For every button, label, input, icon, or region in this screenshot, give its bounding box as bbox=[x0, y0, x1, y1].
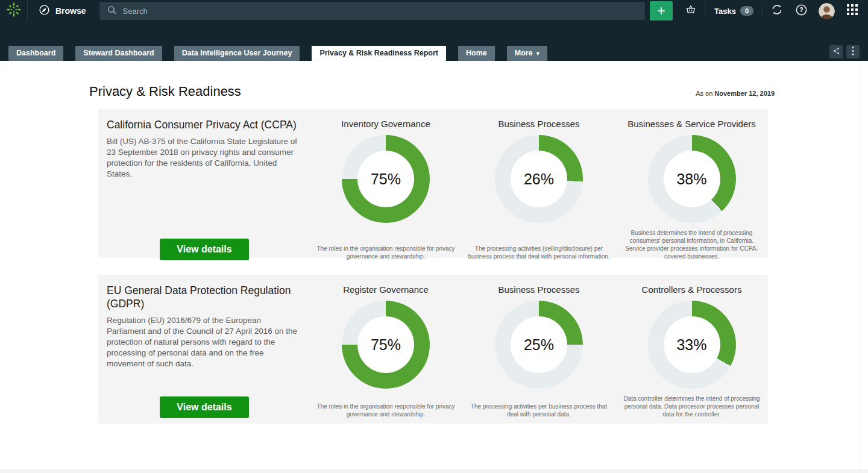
donut-hole: 75% bbox=[357, 316, 414, 373]
page-title: Privacy & Risk Readiness bbox=[89, 84, 241, 99]
apps-grid-button[interactable] bbox=[840, 0, 864, 22]
as-on-prefix: As on bbox=[696, 90, 712, 97]
metric-heading: Business Processes bbox=[498, 284, 579, 295]
browse-label: Browse bbox=[55, 6, 86, 16]
svg-text:?: ? bbox=[799, 6, 803, 13]
collibra-logo-icon bbox=[6, 2, 22, 20]
plus-icon: + bbox=[657, 4, 665, 18]
global-search bbox=[99, 2, 645, 20]
metric-inventory-governance: Inventory Governance 75% The roles in th… bbox=[309, 117, 462, 260]
donut-percent-label: 38% bbox=[676, 171, 706, 188]
metric-heading: Controllers & Processors bbox=[642, 284, 742, 295]
dashboard-tab-bar: Dashboard Steward Dashboard Data Intelli… bbox=[0, 45, 868, 61]
divider bbox=[763, 4, 763, 17]
metric-caption: The roles in the organisation responsibl… bbox=[313, 239, 459, 260]
donut-chart[interactable]: 33% bbox=[648, 301, 736, 389]
kebab-menu-icon bbox=[852, 46, 854, 58]
chevron-down-icon: ▾ bbox=[536, 46, 539, 61]
donut-chart[interactable]: 26% bbox=[495, 135, 583, 223]
tasks-button[interactable]: Tasks 0 bbox=[707, 6, 761, 16]
donut-hole: 33% bbox=[664, 316, 720, 373]
as-on-value: November 12, 2019 bbox=[714, 90, 775, 97]
donut-percent-label: 75% bbox=[371, 336, 401, 354]
sync-icon bbox=[770, 3, 784, 19]
app-logo[interactable] bbox=[0, 0, 28, 22]
tab-label: Data Intelligence User Journey bbox=[182, 46, 292, 61]
data-basket-button[interactable] bbox=[679, 0, 703, 22]
metric-business-processes: Business Processes 26% The processing ac… bbox=[462, 117, 615, 260]
basket-icon bbox=[685, 4, 697, 18]
tab-label: Home bbox=[466, 46, 487, 61]
donut-chart[interactable]: 75% bbox=[342, 301, 430, 389]
tab-options-button[interactable] bbox=[846, 45, 860, 58]
create-button[interactable]: + bbox=[650, 1, 673, 20]
app-header: Browse + Tasks 0 bbox=[0, 0, 868, 61]
metric-caption: The processing activities per business p… bbox=[466, 396, 612, 418]
donut-percent-label: 33% bbox=[676, 336, 706, 354]
regulation-description: Bill (US) AB-375 of the California State… bbox=[107, 136, 302, 180]
metric-heading: Business Processes bbox=[498, 119, 579, 129]
bottom-dock-edge bbox=[0, 469, 868, 473]
tab-privacy-risk-readiness-report[interactable]: Privacy & Risk Readiness Report bbox=[312, 46, 446, 61]
card-info-column: EU General Data Protection Regulation (G… bbox=[98, 283, 309, 418]
card-info-column: California Consumer Privacy Act (CCPA) B… bbox=[98, 117, 309, 260]
regulation-title: EU General Data Protection Regulation (G… bbox=[107, 284, 302, 311]
donut-hole: 25% bbox=[511, 316, 567, 373]
metric-caption: Business determines the intend of proces… bbox=[619, 223, 764, 260]
help-button[interactable]: ? bbox=[789, 0, 813, 22]
donut-chart[interactable]: 38% bbox=[648, 135, 736, 223]
tab-bar-actions bbox=[829, 45, 868, 61]
tab-label: Steward Dashboard bbox=[83, 46, 154, 61]
tab-home[interactable]: Home bbox=[458, 46, 495, 61]
metric-caption: The roles in the organisation responsibl… bbox=[313, 396, 459, 418]
tasks-count-badge: 0 bbox=[740, 6, 753, 16]
tab-label: Privacy & Risk Readiness Report bbox=[319, 46, 438, 61]
as-on-date: As on November 12, 2019 bbox=[696, 90, 775, 97]
compass-icon bbox=[39, 4, 50, 18]
metric-business-processes: Business Processes 25% The processing ac… bbox=[462, 283, 615, 418]
regulation-card-ccpa: California Consumer Privacy Act (CCPA) B… bbox=[98, 109, 768, 258]
donut-percent-label: 75% bbox=[371, 171, 401, 188]
donut-chart[interactable]: 25% bbox=[495, 301, 583, 389]
apps-grid-icon bbox=[847, 4, 858, 17]
donut-chart[interactable]: 75% bbox=[342, 135, 430, 223]
tasks-label: Tasks bbox=[714, 7, 736, 16]
search-icon bbox=[107, 5, 117, 17]
tab-label: More bbox=[515, 46, 533, 61]
user-avatar[interactable] bbox=[819, 3, 835, 19]
tab-data-intelligence-user-journey[interactable]: Data Intelligence User Journey bbox=[174, 46, 300, 61]
report-header: Privacy & Risk Readiness As on November … bbox=[8, 61, 860, 99]
help-icon: ? bbox=[795, 4, 808, 19]
tab-dashboard[interactable]: Dashboard bbox=[8, 46, 63, 61]
browse-menu[interactable]: Browse bbox=[28, 0, 98, 22]
donut-percent-label: 25% bbox=[524, 336, 554, 354]
view-details-button[interactable]: View details bbox=[160, 396, 248, 418]
donut-hole: 26% bbox=[511, 151, 567, 207]
sync-button[interactable] bbox=[765, 0, 789, 22]
search-input[interactable] bbox=[123, 7, 638, 16]
tab-label: Dashboard bbox=[16, 46, 55, 61]
divider bbox=[705, 4, 705, 17]
metric-register-governance: Register Governance 75% The roles in the… bbox=[309, 283, 462, 418]
share-button[interactable] bbox=[829, 45, 843, 58]
top-nav: Browse + Tasks 0 bbox=[0, 0, 868, 22]
share-icon bbox=[832, 46, 840, 57]
view-details-button[interactable]: View details bbox=[160, 239, 248, 260]
donut-percent-label: 26% bbox=[524, 171, 554, 188]
tab-steward-dashboard[interactable]: Steward Dashboard bbox=[75, 46, 162, 61]
regulation-title: California Consumer Privacy Act (CCPA) bbox=[107, 119, 302, 132]
metric-heading: Inventory Governance bbox=[341, 119, 430, 129]
metric-caption: The processing activities (selling/discl… bbox=[466, 239, 612, 260]
regulation-description: Regulation (EU) 2016/679 of the European… bbox=[107, 315, 302, 369]
regulation-card-gdpr: EU General Data Protection Regulation (G… bbox=[98, 275, 768, 424]
metric-heading: Register Governance bbox=[343, 284, 429, 295]
metric-heading: Businesses & Service Providers bbox=[627, 119, 756, 129]
donut-hole: 38% bbox=[664, 151, 720, 207]
metric-businesses-service-providers: Businesses & Service Providers 38% Busin… bbox=[615, 117, 768, 260]
nav-right-actions: + Tasks 0 bbox=[646, 0, 868, 22]
metric-controllers-processors: Controllers & Processors 33% Data contro… bbox=[615, 283, 768, 418]
report-content-panel: Privacy & Risk Readiness As on November … bbox=[8, 61, 860, 469]
tab-more[interactable]: More ▾ bbox=[507, 46, 547, 61]
metric-caption: Data controller determines the intend of… bbox=[619, 389, 764, 418]
donut-hole: 75% bbox=[357, 151, 414, 207]
